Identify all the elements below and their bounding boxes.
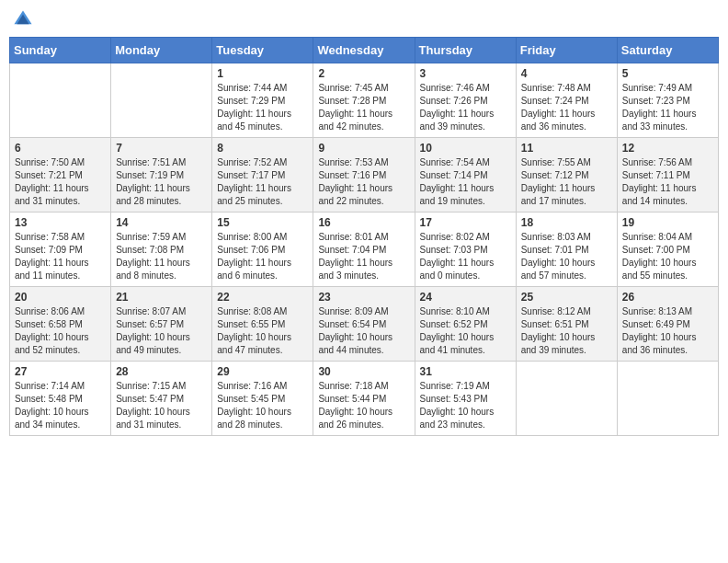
day-number: 31 (420, 365, 511, 378)
day-info: Sunrise: 7:49 AMSunset: 7:23 PMDaylight:… (622, 82, 713, 133)
calendar-cell: 29Sunrise: 7:16 AMSunset: 5:45 PMDayligh… (212, 362, 313, 436)
day-info: Sunrise: 8:03 AMSunset: 7:01 PMDaylight:… (521, 231, 612, 282)
day-number: 22 (217, 291, 308, 304)
calendar-cell: 4Sunrise: 7:48 AMSunset: 7:24 PMDaylight… (516, 63, 617, 138)
calendar-cell: 27Sunrise: 7:14 AMSunset: 5:48 PMDayligh… (10, 362, 111, 436)
calendar-cell: 16Sunrise: 8:01 AMSunset: 7:04 PMDayligh… (313, 213, 415, 287)
weekday-header: Wednesday (313, 38, 415, 63)
day-number: 14 (116, 216, 207, 229)
day-number: 26 (622, 291, 713, 304)
day-info: Sunrise: 7:44 AMSunset: 7:29 PMDaylight:… (217, 82, 308, 133)
day-number: 7 (116, 142, 207, 155)
calendar-cell: 7Sunrise: 7:51 AMSunset: 7:19 PMDaylight… (111, 138, 212, 213)
calendar-week-row: 27Sunrise: 7:14 AMSunset: 5:48 PMDayligh… (10, 362, 719, 436)
day-number: 28 (116, 365, 207, 378)
calendar-cell: 5Sunrise: 7:49 AMSunset: 7:23 PMDaylight… (617, 63, 718, 138)
day-number: 18 (521, 216, 612, 229)
weekday-header: Monday (111, 38, 212, 63)
weekday-header: Sunday (10, 38, 111, 63)
calendar-cell: 23Sunrise: 8:09 AMSunset: 6:54 PMDayligh… (313, 287, 415, 362)
calendar-cell: 20Sunrise: 8:06 AMSunset: 6:58 PMDayligh… (10, 287, 111, 362)
calendar-table: SundayMondayTuesdayWednesdayThursdayFrid… (9, 37, 719, 436)
day-info: Sunrise: 7:19 AMSunset: 5:43 PMDaylight:… (420, 380, 511, 431)
calendar-cell: 31Sunrise: 7:19 AMSunset: 5:43 PMDayligh… (415, 362, 516, 436)
day-info: Sunrise: 7:58 AMSunset: 7:09 PMDaylight:… (15, 231, 106, 282)
day-number: 19 (622, 216, 713, 229)
day-number: 3 (420, 67, 511, 80)
calendar-week-row: 20Sunrise: 8:06 AMSunset: 6:58 PMDayligh… (10, 287, 719, 362)
calendar-week-row: 1Sunrise: 7:44 AMSunset: 7:29 PMDaylight… (10, 63, 719, 138)
day-number: 8 (217, 142, 308, 155)
day-info: Sunrise: 7:51 AMSunset: 7:19 PMDaylight:… (116, 156, 207, 208)
day-info: Sunrise: 7:52 AMSunset: 7:17 PMDaylight:… (217, 156, 308, 208)
calendar-cell: 28Sunrise: 7:15 AMSunset: 5:47 PMDayligh… (111, 362, 212, 436)
day-info: Sunrise: 8:04 AMSunset: 7:00 PMDaylight:… (622, 231, 713, 282)
calendar-week-row: 6Sunrise: 7:50 AMSunset: 7:21 PMDaylight… (10, 138, 719, 213)
weekday-header: Tuesday (212, 38, 313, 63)
calendar-cell: 9Sunrise: 7:53 AMSunset: 7:16 PMDaylight… (313, 138, 415, 213)
day-info: Sunrise: 8:00 AMSunset: 7:06 PMDaylight:… (217, 231, 308, 282)
day-number: 12 (622, 142, 713, 155)
day-number: 20 (15, 291, 106, 304)
weekday-header: Friday (516, 38, 617, 63)
day-number: 13 (15, 216, 106, 229)
calendar-cell: 25Sunrise: 8:12 AMSunset: 6:51 PMDayligh… (516, 287, 617, 362)
calendar-cell: 3Sunrise: 7:46 AMSunset: 7:26 PMDaylight… (415, 63, 516, 138)
day-info: Sunrise: 7:48 AMSunset: 7:24 PMDaylight:… (521, 82, 612, 133)
day-info: Sunrise: 8:01 AMSunset: 7:04 PMDaylight:… (318, 231, 409, 282)
day-info: Sunrise: 7:50 AMSunset: 7:21 PMDaylight:… (15, 156, 106, 208)
day-info: Sunrise: 7:46 AMSunset: 7:26 PMDaylight:… (420, 82, 511, 133)
day-info: Sunrise: 7:55 AMSunset: 7:12 PMDaylight:… (521, 156, 612, 208)
day-info: Sunrise: 7:45 AMSunset: 7:28 PMDaylight:… (318, 82, 409, 133)
day-info: Sunrise: 7:14 AMSunset: 5:48 PMDaylight:… (15, 380, 106, 431)
day-number: 15 (217, 216, 308, 229)
day-info: Sunrise: 7:53 AMSunset: 7:16 PMDaylight:… (318, 156, 409, 208)
calendar-cell: 18Sunrise: 8:03 AMSunset: 7:01 PMDayligh… (516, 213, 617, 287)
day-number: 21 (116, 291, 207, 304)
day-number: 9 (318, 142, 409, 155)
day-number: 4 (521, 67, 612, 80)
day-info: Sunrise: 8:07 AMSunset: 6:57 PMDaylight:… (116, 305, 207, 357)
calendar-cell (111, 63, 212, 138)
calendar-cell: 15Sunrise: 8:00 AMSunset: 7:06 PMDayligh… (212, 213, 313, 287)
day-info: Sunrise: 7:59 AMSunset: 7:08 PMDaylight:… (116, 231, 207, 282)
day-info: Sunrise: 7:16 AMSunset: 5:45 PMDaylight:… (217, 380, 308, 431)
calendar-week-row: 13Sunrise: 7:58 AMSunset: 7:09 PMDayligh… (10, 213, 719, 287)
day-info: Sunrise: 7:18 AMSunset: 5:44 PMDaylight:… (318, 380, 409, 431)
day-number: 10 (420, 142, 511, 155)
calendar-cell: 22Sunrise: 8:08 AMSunset: 6:55 PMDayligh… (212, 287, 313, 362)
day-number: 30 (318, 365, 409, 378)
calendar-cell: 10Sunrise: 7:54 AMSunset: 7:14 PMDayligh… (415, 138, 516, 213)
calendar-cell: 24Sunrise: 8:10 AMSunset: 6:52 PMDayligh… (415, 287, 516, 362)
day-number: 2 (318, 67, 409, 80)
weekday-header-row: SundayMondayTuesdayWednesdayThursdayFrid… (10, 38, 719, 63)
day-number: 16 (318, 216, 409, 229)
calendar-cell: 21Sunrise: 8:07 AMSunset: 6:57 PMDayligh… (111, 287, 212, 362)
calendar-cell: 8Sunrise: 7:52 AMSunset: 7:17 PMDaylight… (212, 138, 313, 213)
day-info: Sunrise: 8:08 AMSunset: 6:55 PMDaylight:… (217, 305, 308, 357)
day-info: Sunrise: 7:54 AMSunset: 7:14 PMDaylight:… (420, 156, 511, 208)
calendar-cell (516, 362, 617, 436)
day-number: 23 (318, 291, 409, 304)
calendar-cell (10, 63, 111, 138)
day-number: 24 (420, 291, 511, 304)
calendar-cell: 1Sunrise: 7:44 AMSunset: 7:29 PMDaylight… (212, 63, 313, 138)
day-info: Sunrise: 8:10 AMSunset: 6:52 PMDaylight:… (420, 305, 511, 357)
day-info: Sunrise: 8:06 AMSunset: 6:58 PMDaylight:… (15, 305, 106, 357)
day-info: Sunrise: 8:09 AMSunset: 6:54 PMDaylight:… (318, 305, 409, 357)
day-number: 6 (15, 142, 106, 155)
calendar-cell: 13Sunrise: 7:58 AMSunset: 7:09 PMDayligh… (10, 213, 111, 287)
day-number: 5 (622, 67, 713, 80)
day-number: 1 (217, 67, 308, 80)
day-number: 11 (521, 142, 612, 155)
calendar-cell (617, 362, 718, 436)
calendar-cell: 17Sunrise: 8:02 AMSunset: 7:03 PMDayligh… (415, 213, 516, 287)
calendar-cell: 11Sunrise: 7:55 AMSunset: 7:12 PMDayligh… (516, 138, 617, 213)
weekday-header: Thursday (415, 38, 516, 63)
day-number: 17 (420, 216, 511, 229)
calendar-cell: 12Sunrise: 7:56 AMSunset: 7:11 PMDayligh… (617, 138, 718, 213)
day-info: Sunrise: 7:15 AMSunset: 5:47 PMDaylight:… (116, 380, 207, 431)
calendar-cell: 2Sunrise: 7:45 AMSunset: 7:28 PMDaylight… (313, 63, 415, 138)
calendar-cell: 14Sunrise: 7:59 AMSunset: 7:08 PMDayligh… (111, 213, 212, 287)
calendar-cell: 26Sunrise: 8:13 AMSunset: 6:49 PMDayligh… (617, 287, 718, 362)
